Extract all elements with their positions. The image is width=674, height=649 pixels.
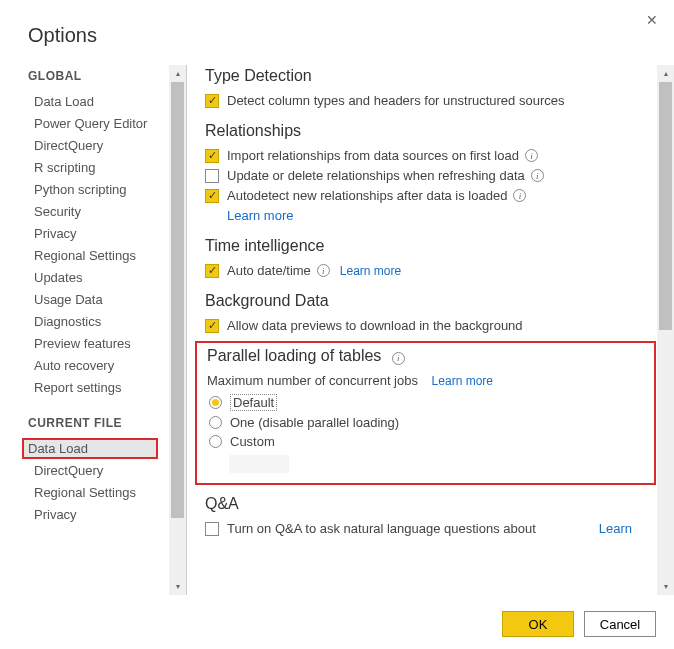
close-icon[interactable]: ✕: [646, 12, 658, 28]
info-icon[interactable]: i: [392, 352, 405, 365]
main-panel: Type Detection Detect column types and h…: [187, 65, 674, 595]
nav-global-usage[interactable]: Usage Data: [28, 289, 158, 310]
label-detect-types: Detect column types and headers for unst…: [227, 93, 564, 108]
dialog-footer: OK Cancel: [502, 611, 656, 637]
radio-one[interactable]: [209, 416, 222, 429]
label-radio-custom: Custom: [230, 434, 275, 449]
info-icon[interactable]: i: [525, 149, 538, 162]
label-auto-datetime: Auto date/time: [227, 263, 311, 278]
parallel-loading-highlight: Parallel loading of tables i Maximum num…: [195, 341, 656, 485]
checkbox-detect-types[interactable]: [205, 94, 219, 108]
heading-bg-data: Background Data: [205, 292, 656, 310]
nav-global-preview[interactable]: Preview features: [28, 333, 158, 354]
checkbox-qa[interactable]: [205, 522, 219, 536]
heading-type-detection: Type Detection: [205, 67, 656, 85]
scroll-up-icon[interactable]: ▴: [657, 65, 674, 82]
scroll-down-icon[interactable]: ▾: [657, 578, 674, 595]
nav-global-directquery[interactable]: DirectQuery: [28, 135, 158, 156]
sidebar-scrollbar[interactable]: ▴ ▾: [169, 65, 186, 595]
heading-relationships: Relationships: [205, 122, 656, 140]
link-timeintel-learn[interactable]: Learn more: [340, 264, 401, 278]
nav-file-data-load[interactable]: Data Load: [22, 438, 158, 459]
link-qa-learn[interactable]: Learn: [599, 521, 632, 536]
nav-file-regional[interactable]: Regional Settings: [28, 482, 158, 503]
dialog-content: GLOBAL Data Load Power Query Editor Dire…: [0, 65, 674, 595]
checkbox-autodetect-rel[interactable]: [205, 189, 219, 203]
label-qa: Turn on Q&A to ask natural language ques…: [227, 521, 536, 536]
checkbox-bg-preview[interactable]: [205, 319, 219, 333]
label-radio-default: Default: [230, 394, 277, 411]
heading-qa: Q&A: [205, 495, 656, 513]
heading-parallel-text: Parallel loading of tables: [207, 347, 381, 364]
nav-global-diagnostics[interactable]: Diagnostics: [28, 311, 158, 332]
sidebar: GLOBAL Data Load Power Query Editor Dire…: [0, 65, 186, 595]
scroll-thumb[interactable]: [171, 82, 184, 518]
label-radio-one: One (disable parallel loading): [230, 415, 399, 430]
nav-global-security[interactable]: Security: [28, 201, 158, 222]
radio-default[interactable]: [209, 396, 222, 409]
nav-global-regional[interactable]: Regional Settings: [28, 245, 158, 266]
label-autodetect-rel: Autodetect new relationships after data …: [227, 188, 507, 203]
ok-button[interactable]: OK: [502, 611, 574, 637]
dialog-title: Options: [0, 0, 674, 65]
link-relationships-learn[interactable]: Learn more: [227, 208, 293, 223]
label-import-rel: Import relationships from data sources o…: [227, 148, 519, 163]
label-update-rel: Update or delete relationships when refr…: [227, 168, 525, 183]
sidebar-header-currentfile: CURRENT FILE: [28, 416, 186, 430]
options-dialog: ✕ Options GLOBAL Data Load Power Query E…: [0, 0, 674, 649]
custom-jobs-input[interactable]: [229, 455, 289, 473]
info-icon[interactable]: i: [317, 264, 330, 277]
heading-time-intel: Time intelligence: [205, 237, 656, 255]
radio-custom[interactable]: [209, 435, 222, 448]
parallel-subtext: Maximum number of concurrent jobs: [207, 373, 418, 388]
link-parallel-learn[interactable]: Learn more: [432, 374, 493, 388]
nav-file-privacy[interactable]: Privacy: [28, 504, 158, 525]
nav-global-report[interactable]: Report settings: [28, 377, 158, 398]
nav-global-data-load[interactable]: Data Load: [28, 91, 158, 112]
nav-global-pqe[interactable]: Power Query Editor: [28, 113, 158, 134]
sidebar-header-global: GLOBAL: [28, 69, 186, 83]
cancel-button[interactable]: Cancel: [584, 611, 656, 637]
scroll-thumb[interactable]: [659, 82, 672, 330]
nav-global-python[interactable]: Python scripting: [28, 179, 158, 200]
nav-file-directquery[interactable]: DirectQuery: [28, 460, 158, 481]
checkbox-auto-datetime[interactable]: [205, 264, 219, 278]
nav-global-r[interactable]: R scripting: [28, 157, 158, 178]
main-scrollbar[interactable]: ▴ ▾: [657, 65, 674, 595]
heading-parallel: Parallel loading of tables i: [207, 347, 644, 365]
nav-global-privacy[interactable]: Privacy: [28, 223, 158, 244]
nav-global-updates[interactable]: Updates: [28, 267, 158, 288]
checkbox-import-rel[interactable]: [205, 149, 219, 163]
info-icon[interactable]: i: [513, 189, 526, 202]
scroll-down-icon[interactable]: ▾: [169, 578, 186, 595]
scroll-up-icon[interactable]: ▴: [169, 65, 186, 82]
info-icon[interactable]: i: [531, 169, 544, 182]
label-bg-preview: Allow data previews to download in the b…: [227, 318, 523, 333]
checkbox-update-rel[interactable]: [205, 169, 219, 183]
nav-global-autorecovery[interactable]: Auto recovery: [28, 355, 158, 376]
